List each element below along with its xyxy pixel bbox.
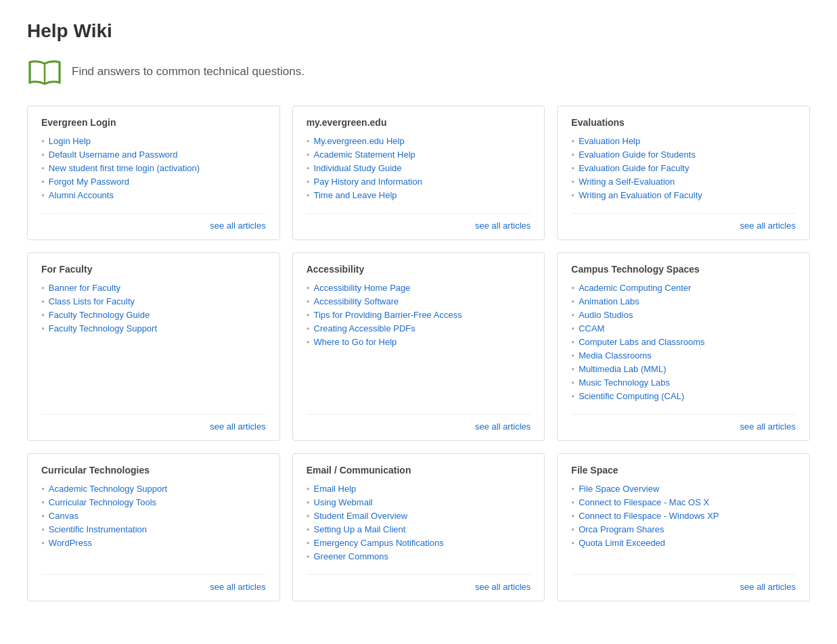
link-writing-a-self-evaluation[interactable]: Writing a Self-Evaluation <box>579 177 675 187</box>
link-greener-commons[interactable]: Greener Commons <box>314 551 389 561</box>
link-student-email-overview[interactable]: Student Email Overview <box>314 511 408 521</box>
card-my-evergreen: my.evergreen.eduMy.evergreen.edu HelpAca… <box>292 106 545 240</box>
link-academic-computing-center[interactable]: Academic Computing Center <box>579 283 691 293</box>
list-item: File Space Overview <box>571 484 796 494</box>
list-item: Audio Studios <box>571 310 796 320</box>
card-accessibility: AccessibilityAccessibility Home PageAcce… <box>292 252 545 441</box>
card-title-my-evergreen: my.evergreen.edu <box>307 117 531 128</box>
link-ccam[interactable]: CCAM <box>579 323 604 334</box>
card-title-accessibility: Accessibility <box>307 264 531 275</box>
page-title: Help Wiki <box>27 20 810 42</box>
link-wordpress[interactable]: WordPress <box>49 538 92 548</box>
link-faculty-technology-guide[interactable]: Faculty Technology Guide <box>49 310 150 320</box>
card-footer-accessibility: see all articles <box>307 414 531 432</box>
link-academic-technology-support[interactable]: Academic Technology Support <box>49 484 167 494</box>
list-item: Time and Leave Help <box>307 190 531 200</box>
link-faculty-technology-support[interactable]: Faculty Technology Support <box>49 323 157 334</box>
link-quota-limit-exceeded[interactable]: Quota Limit Exceeded <box>579 538 665 548</box>
link-accessibility-home-page[interactable]: Accessibility Home Page <box>314 283 411 293</box>
link-class-lists-for-faculty[interactable]: Class Lists for Faculty <box>49 296 135 306</box>
link-login-help[interactable]: Login Help <box>49 136 91 146</box>
link-audio-studios[interactable]: Audio Studios <box>579 310 633 320</box>
list-item: Using Webmail <box>307 497 531 507</box>
link-canvas[interactable]: Canvas <box>49 511 78 521</box>
list-item: Quota Limit Exceeded <box>571 538 796 548</box>
list-item: Individual Study Guide <box>307 163 531 173</box>
link-writing-an-evaluation-of-faculty[interactable]: Writing an Evaluation of Faculty <box>579 190 702 200</box>
link-setting-up-a-mail-client[interactable]: Setting Up a Mail Client <box>314 524 406 534</box>
link-scientific-instrumentation[interactable]: Scientific Instrumentation <box>49 524 147 534</box>
see-all-link-for-faculty[interactable]: see all articles <box>210 421 265 432</box>
link-orca-program-shares[interactable]: Orca Program Shares <box>579 524 664 534</box>
link-new-student-first-time-login-activation[interactable]: New student first time login (activation… <box>49 163 200 173</box>
see-all-link-campus-technology-spaces[interactable]: see all articles <box>740 421 796 432</box>
card-curricular-technologies: Curricular TechnologiesAcademic Technolo… <box>27 453 280 601</box>
link-scientific-computing-cal[interactable]: Scientific Computing (CAL) <box>579 391 684 401</box>
link-evaluation-help[interactable]: Evaluation Help <box>579 136 640 146</box>
card-links-for-faculty: Banner for FacultyClass Lists for Facult… <box>41 283 266 405</box>
card-links-curricular-technologies: Academic Technology SupportCurricular Te… <box>41 484 266 565</box>
link-banner-for-faculty[interactable]: Banner for Faculty <box>49 283 120 293</box>
link-file-space-overview[interactable]: File Space Overview <box>579 484 659 494</box>
card-title-email-communication: Email / Communication <box>307 465 531 476</box>
card-footer-for-faculty: see all articles <box>41 414 266 432</box>
card-footer-email-communication: see all articles <box>307 574 531 593</box>
link-connect-to-filespace---mac-os-x[interactable]: Connect to Filespace - Mac OS X <box>579 497 709 507</box>
card-campus-technology-spaces: Campus Technology SpacesAcademic Computi… <box>557 252 810 441</box>
link-using-webmail[interactable]: Using Webmail <box>314 497 373 507</box>
link-accessibility-software[interactable]: Accessibility Software <box>314 296 399 306</box>
see-all-link-email-communication[interactable]: see all articles <box>475 582 530 592</box>
list-item: Faculty Technology Guide <box>41 310 266 320</box>
link-academic-statement-help[interactable]: Academic Statement Help <box>314 150 415 160</box>
link-multimedia-lab-mml[interactable]: Multimedia Lab (MML) <box>579 364 666 374</box>
list-item: Banner for Faculty <box>41 283 266 293</box>
link-alumni-accounts[interactable]: Alumni Accounts <box>49 190 114 200</box>
link-media-classrooms[interactable]: Media Classrooms <box>579 350 652 361</box>
see-all-link-accessibility[interactable]: see all articles <box>475 421 530 432</box>
list-item: Login Help <box>41 136 266 146</box>
link-forgot-my-password[interactable]: Forgot My Password <box>49 177 129 187</box>
book-icon <box>27 58 62 85</box>
see-all-link-evergreen-login[interactable]: see all articles <box>210 221 265 231</box>
list-item: Academic Computing Center <box>571 283 796 293</box>
link-time-and-leave-help[interactable]: Time and Leave Help <box>314 190 397 200</box>
link-music-technology-labs[interactable]: Music Technology Labs <box>579 377 670 388</box>
link-animation-labs[interactable]: Animation Labs <box>579 296 639 306</box>
card-footer-evergreen-login: see all articles <box>41 213 266 231</box>
link-evaluation-guide-for-students[interactable]: Evaluation Guide for Students <box>579 150 696 160</box>
link-myevergreenedu-help[interactable]: My.evergreen.edu Help <box>314 136 405 146</box>
list-item: Scientific Computing (CAL) <box>571 391 796 401</box>
see-all-link-curricular-technologies[interactable]: see all articles <box>210 582 265 592</box>
link-connect-to-filespace---windows-xp[interactable]: Connect to Filespace - Windows XP <box>579 511 719 521</box>
list-item: Emergency Campus Notifications <box>307 538 531 548</box>
link-emergency-campus-notifications[interactable]: Emergency Campus Notifications <box>314 538 444 548</box>
card-footer-file-space: see all articles <box>571 574 796 593</box>
intro-section: Find answers to common technical questio… <box>27 58 810 85</box>
see-all-link-evaluations[interactable]: see all articles <box>740 221 796 231</box>
list-item: New student first time login (activation… <box>41 163 266 173</box>
link-tips-for-providing-barrier-free-access[interactable]: Tips for Providing Barrier-Free Access <box>314 310 462 320</box>
list-item: Tips for Providing Barrier-Free Access <box>307 310 531 320</box>
see-all-link-my-evergreen[interactable]: see all articles <box>475 221 530 231</box>
card-title-evaluations: Evaluations <box>571 117 796 128</box>
link-individual-study-guide[interactable]: Individual Study Guide <box>314 163 402 173</box>
link-where-to-go-for-help[interactable]: Where to Go for Help <box>314 337 397 347</box>
card-title-evergreen-login: Evergreen Login <box>41 117 266 128</box>
link-email-help[interactable]: Email Help <box>314 484 357 494</box>
card-links-my-evergreen: My.evergreen.edu HelpAcademic Statement … <box>307 136 531 204</box>
card-title-curricular-technologies: Curricular Technologies <box>41 465 266 476</box>
card-links-evaluations: Evaluation HelpEvaluation Guide for Stud… <box>571 136 796 204</box>
link-curricular-technology-tools[interactable]: Curricular Technology Tools <box>49 497 156 507</box>
link-computer-labs-and-classrooms[interactable]: Computer Labs and Classrooms <box>579 337 704 347</box>
list-item: Academic Technology Support <box>41 484 266 494</box>
list-item: CCAM <box>571 323 796 334</box>
see-all-link-file-space[interactable]: see all articles <box>740 582 796 592</box>
link-creating-accessible-pdfs[interactable]: Creating Accessible PDFs <box>314 323 415 334</box>
link-default-username-and-password[interactable]: Default Username and Password <box>49 150 178 160</box>
cards-grid: Evergreen LoginLogin HelpDefault Usernam… <box>27 106 810 601</box>
link-evaluation-guide-for-faculty[interactable]: Evaluation Guide for Faculty <box>579 163 689 173</box>
list-item: Writing a Self-Evaluation <box>571 177 796 187</box>
link-pay-history-and-information[interactable]: Pay History and Information <box>314 177 422 187</box>
card-for-faculty: For FacultyBanner for FacultyClass Lists… <box>27 252 280 441</box>
card-footer-my-evergreen: see all articles <box>307 213 531 231</box>
